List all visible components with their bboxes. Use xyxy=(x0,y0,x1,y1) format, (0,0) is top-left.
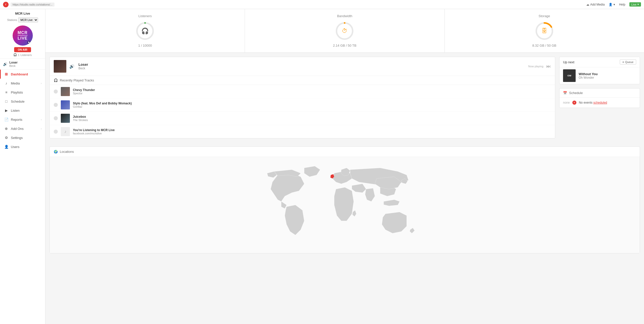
bandwidth-value: 2.14 GB / 50 TB xyxy=(333,44,356,47)
now-playing-header: 🔊 Loser Beck Now playing ⏭ xyxy=(50,57,555,76)
no-events-text: No events scheduled xyxy=(579,101,607,104)
sidebar: MCR Live Stations MCR Live MCR LIVE ▶ ON… xyxy=(0,9,45,324)
now-playing-artist: Beck xyxy=(78,67,300,70)
avatar-line1: MCR xyxy=(18,31,28,35)
storage-icon: 🗄 xyxy=(542,28,547,34)
skip-button[interactable]: ⏭ xyxy=(546,64,551,69)
track-list: Chevy Thunder Spector Stylo (feat. Mos D… xyxy=(50,85,555,138)
sidebar-item-add-ons[interactable]: ⊕ Add Ons › xyxy=(0,124,45,133)
headphones-section-icon: 🎧 xyxy=(54,78,58,82)
play-icon[interactable]: ▶ xyxy=(27,41,31,44)
track-number xyxy=(54,103,58,107)
chevron-right-icon-addons: › xyxy=(41,127,42,130)
sidebar-nav: ⊞ Dashboard ♪ Media › ≡ Playlists □ Sche… xyxy=(0,70,45,151)
track-thumbnail xyxy=(61,100,70,109)
stats-row: Listeners 🎧 1 / 10000 Bandwidth xyxy=(45,9,644,53)
add-media-button[interactable]: ☁ Add Media xyxy=(586,3,605,6)
listeners-count: 1 xyxy=(18,53,19,56)
nav-label-addons: Add Ons xyxy=(11,127,38,131)
now-playing-card: 🔊 Loser Beck Now playing ⏭ 🎧 Recently Pl… xyxy=(49,57,555,138)
listeners-info: 🎧 1 Listeners xyxy=(13,53,32,56)
locations-header: 🌍 Locations xyxy=(50,147,640,157)
nav-label-reports: Reports xyxy=(11,118,38,122)
scheduled-link[interactable]: scheduled xyxy=(593,101,607,104)
addons-icon: ⊕ xyxy=(4,127,8,131)
now-playing-label: Now playing xyxy=(528,65,543,68)
globe-icon: 🌍 xyxy=(54,150,58,154)
volume-icon: 🔊 xyxy=(69,64,74,69)
listen-icon: ▶ xyxy=(4,108,8,112)
listeners-value: 1 / 10000 xyxy=(138,44,152,47)
listeners-title: Listeners xyxy=(138,14,152,18)
schedule-title: Schedule xyxy=(569,91,583,95)
sidebar-item-dashboard[interactable]: ⊞ Dashboard xyxy=(0,70,45,79)
sidebar-track-title: Loser xyxy=(9,61,18,64)
media-icon: ♪ xyxy=(4,81,8,85)
on-air-button[interactable]: ON AIR xyxy=(14,47,31,52)
sidebar-item-playlists[interactable]: ≡ Playlists xyxy=(0,88,45,97)
dashboard-right: Up next ≡ Queue OW Without You Oh Wonder xyxy=(559,57,640,142)
storage-title: Storage xyxy=(539,14,550,18)
up-next-artist: Oh Wonder xyxy=(579,76,636,79)
main-content: Listeners 🎧 1 / 10000 Bandwidth xyxy=(45,9,644,324)
main-layout: MCR Live Stations MCR Live MCR LIVE ▶ ON… xyxy=(0,9,644,324)
schedule-body: none ✕ No events scheduled xyxy=(559,98,640,108)
track-artist: The Strokes xyxy=(73,119,551,122)
now-playing-details: Loser Beck xyxy=(78,63,300,70)
station-avatar: MCR LIVE ▶ xyxy=(13,25,33,46)
world-map-container xyxy=(50,157,640,253)
sidebar-item-media[interactable]: ♪ Media › xyxy=(0,79,45,88)
world-map xyxy=(257,161,433,249)
topbar-right: ☁ Add Media 👤 ▾ Help Live ▾ xyxy=(586,2,641,7)
track-title: You're Listening to MCR Live xyxy=(73,128,551,132)
dashboard-area: 🔊 Loser Beck Now playing ⏭ 🎧 Recently Pl… xyxy=(45,53,644,146)
sidebar-item-reports[interactable]: 📄 Reports › xyxy=(0,115,45,124)
avatar-area: MCR LIVE ▶ ON AIR 🎧 1 Listeners xyxy=(0,23,45,58)
table-row: Juicebox The Strokes xyxy=(50,112,555,125)
queue-button[interactable]: ≡ Queue xyxy=(620,60,636,65)
stations-label: Stations xyxy=(7,18,17,21)
track-artist: Spector xyxy=(73,92,551,95)
storage-stat: Storage 🗄 8.32 GB / 50 GB xyxy=(445,9,644,52)
live-status-badge[interactable]: Live ▾ xyxy=(629,2,641,7)
locations-title: Locations xyxy=(60,150,74,154)
up-next-song: Without You xyxy=(579,72,636,76)
sidebar-item-listen[interactable]: ▶ Listen xyxy=(0,106,45,115)
nav-label-dashboard: Dashboard xyxy=(11,72,42,76)
bandwidth-title: Bandwidth xyxy=(337,14,352,18)
now-playing-thumbnail xyxy=(54,60,66,73)
sidebar-item-schedule[interactable]: □ Schedule xyxy=(0,97,45,106)
nav-label-users: Users xyxy=(11,145,42,149)
chevron-down-icon: ▾ xyxy=(637,3,639,6)
track-title: Juicebox xyxy=(73,115,551,119)
storage-value: 8.32 GB / 50 GB xyxy=(532,44,556,47)
now-playing-song: Loser xyxy=(78,63,300,67)
users-icon: 👤 xyxy=(4,145,8,149)
table-row: Stylo (feat. Mos Def and Bobby Womack) G… xyxy=(50,98,555,112)
sidebar-item-settings[interactable]: ⚙ Settings xyxy=(0,133,45,142)
table-row: ♪ You're Listening to MCR Live facebook.… xyxy=(50,125,555,138)
nav-label-listen: Listen xyxy=(11,109,42,112)
help-button[interactable]: Help xyxy=(619,3,625,6)
listeners-label: Listeners xyxy=(20,53,32,56)
recently-played-label: Recently Played Tracks xyxy=(60,78,94,82)
schedule-none-label: none xyxy=(563,101,570,104)
chevron-right-icon: › xyxy=(41,82,42,85)
bandwidth-icon: ⏱ xyxy=(342,28,347,34)
reports-icon: 📄 xyxy=(4,117,8,122)
sidebar-item-users[interactable]: 👤 Users xyxy=(0,142,45,151)
stations-select[interactable]: MCR Live xyxy=(18,17,38,22)
track-artist: facebook.com/mcrislive xyxy=(73,132,551,135)
playlists-icon: ≡ xyxy=(4,90,8,94)
nav-label-media: Media xyxy=(11,81,38,85)
nav-label-playlists: Playlists xyxy=(11,91,42,94)
stations-row: Stations MCR Live xyxy=(0,16,45,23)
up-next-header: Up next ≡ Queue xyxy=(559,57,640,67)
list-icon: ≡ xyxy=(623,61,624,64)
calendar-icon: 📅 xyxy=(563,91,567,95)
topbar: r https://studio.radio.co/stations/... ☁… xyxy=(0,0,644,9)
track-artist: Gorillaz xyxy=(73,105,551,108)
topbar-left: r https://studio.radio.co/stations/... xyxy=(3,2,54,7)
topbar-url: https://studio.radio.co/stations/... xyxy=(11,3,54,7)
user-menu-button[interactable]: 👤 ▾ xyxy=(609,3,615,6)
